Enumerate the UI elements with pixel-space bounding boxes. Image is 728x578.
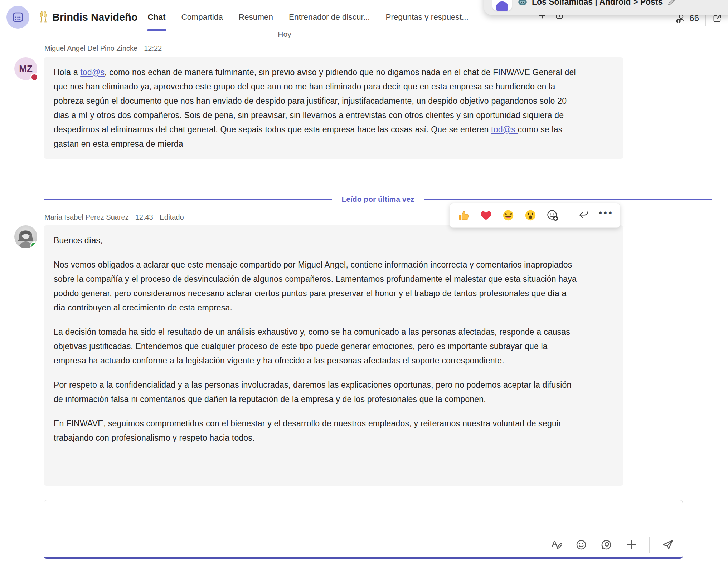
message-composer (44, 500, 683, 559)
message2-paragraph: Buenos días, (54, 233, 580, 248)
message2-paragraph: En FINWAVE, seguimos comprometidos con e… (54, 416, 580, 445)
format-icon[interactable] (549, 538, 563, 552)
reply-icon[interactable] (577, 209, 591, 222)
loop-icon[interactable] (599, 538, 613, 552)
message1-author: Miguel Angel Del Pino Zincke (44, 44, 137, 53)
tab-resumen[interactable]: Resumen (239, 13, 273, 22)
message2-bubble: Buenos días, Nos vemos obligados a aclar… (44, 225, 623, 486)
purple-app-logo (492, 0, 512, 11)
last-read-divider: Leído por última vez (44, 195, 712, 204)
toolbar-divider (568, 207, 568, 223)
send-icon[interactable] (660, 538, 675, 552)
message1-mention-link[interactable]: tod@s (80, 68, 105, 77)
thumbs-up-icon[interactable] (457, 209, 471, 222)
message2-avatar[interactable] (14, 225, 37, 248)
message-input[interactable] (50, 504, 677, 536)
overlay-title: Los Solfamidas | Android > Posts (518, 0, 676, 7)
message2-paragraph: La decisión tomada ha sido el resultado … (54, 325, 580, 368)
message2-author: Maria Isabel Perez Suarez (44, 213, 129, 221)
message2-header: Maria Isabel Perez Suarez 12:43 Editado (44, 213, 184, 221)
reaction-toolbar: ••• (450, 203, 620, 228)
group-chat-avatar[interactable] (6, 6, 29, 29)
busy-status-icon (30, 73, 38, 81)
divider-line-right (424, 199, 712, 200)
tab-compartida[interactable]: Compartida (181, 13, 223, 22)
divider-line-left (44, 199, 332, 200)
message2-paragraph: Por respeto a la confidencialidad y a la… (54, 378, 580, 406)
message2-time: 12:43 (135, 213, 153, 221)
drag-preview-overlay[interactable]: Los Solfamidas | Android > Posts (484, 0, 728, 15)
emoji-icon[interactable] (574, 538, 588, 552)
message1-text: Hola a tod@s, como nos echan de manera f… (54, 65, 580, 151)
tab-preguntas[interactable]: Preguntas y respuest... (386, 13, 469, 22)
chat-title: Brindis Navideño (38, 11, 138, 23)
dialpad-calendar-icon (12, 11, 24, 23)
last-read-label: Leído por última vez (341, 195, 414, 204)
more-options-icon[interactable]: ••• (599, 209, 613, 222)
date-divider: Hoy (278, 30, 291, 39)
teams-chat-window: Brindis Navideño Chat Compartida Resumen… (0, 0, 728, 578)
tab-bar: Chat Compartida Resumen Entrenador de di… (148, 13, 469, 22)
robot-icon (518, 0, 528, 7)
add-reaction-icon[interactable] (546, 209, 559, 222)
overlay-title-text: Los Solfamidas | Android > Posts (532, 0, 663, 7)
available-status-icon (30, 241, 37, 248)
message1-avatar[interactable]: MZ (14, 57, 37, 80)
message1-mention-link2[interactable]: tod@s (491, 125, 518, 134)
laughing-icon[interactable] (501, 209, 515, 222)
message2-text: Buenos días, Nos vemos obligados a aclar… (54, 233, 580, 445)
heart-icon[interactable] (479, 209, 493, 222)
message1-bubble: Hola a tod@s, como nos echan de manera f… (44, 57, 623, 159)
chat-title-text: Brindis Navideño (52, 11, 138, 23)
message2-paragraph: Nos vemos obligados a aclarar que este m… (54, 258, 580, 315)
champagne-glasses-icon (38, 11, 49, 23)
composer-divider (649, 537, 650, 553)
message1-header: Miguel Angel Del Pino Zincke 12:22 (44, 44, 162, 53)
avatar-initials: MZ (19, 63, 33, 74)
message1-time: 12:22 (144, 44, 162, 53)
attach-plus-icon[interactable] (624, 538, 639, 552)
composer-toolbar (549, 537, 675, 553)
message2-edited-label: Editado (160, 213, 184, 221)
surprised-icon[interactable] (524, 209, 537, 222)
tab-chat[interactable]: Chat (148, 13, 166, 22)
tab-entrenador[interactable]: Entrenador de discur... (289, 13, 370, 22)
message1-part1: Hola a (54, 68, 80, 77)
pencil-icon (667, 0, 676, 6)
message1-part2: , como nos echan de manera fulminante, s… (54, 68, 576, 134)
app-logo-blob (496, 1, 508, 11)
